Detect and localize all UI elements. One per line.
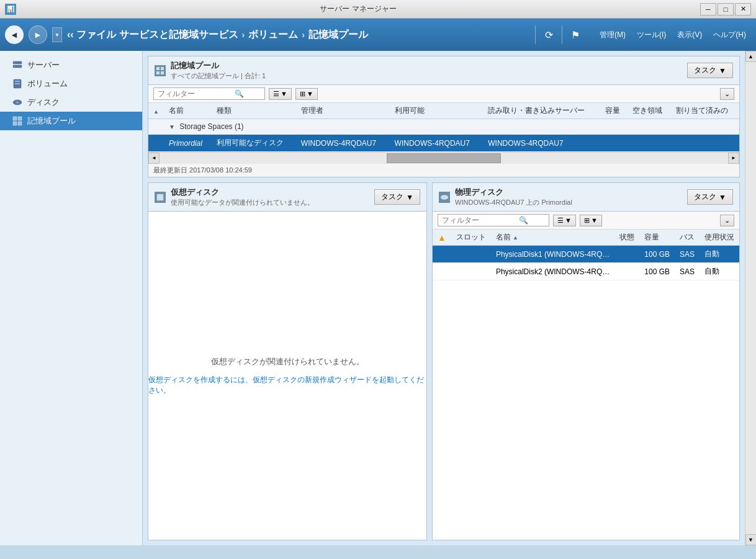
menu-help[interactable]: ヘルプ(H) (708, 29, 751, 42)
pd-header-row: ▲ スロット 名前▲ 状態 容量 バス 使用状況 (433, 230, 739, 246)
list-icon: ☰ (273, 90, 279, 98)
pd-col-usage[interactable]: 使用状況 (700, 230, 739, 246)
col-capacity[interactable]: 容量 (600, 103, 628, 119)
col-readwrite[interactable]: 読み取り・書き込みサーバー (483, 103, 600, 119)
storage-pool-subtitle: すべての記憶域プール | 合計: 1 (171, 71, 266, 81)
pd-list-icon: ☰ (557, 217, 564, 225)
create-virtual-disk-link[interactable]: 仮想ディスクを作成するには、仮想ディスクの新規作成ウィザードを起動してください。 (148, 375, 426, 396)
virtual-disk-empty-message: 仮想ディスクが関連付けられていません。 (211, 356, 364, 367)
chevron-up-icon: ⌄ (724, 90, 730, 98)
physical-disk-task-button[interactable]: タスク ▼ (687, 189, 733, 205)
menu-tools[interactable]: ツール(I) (632, 29, 671, 42)
storage-pool-table-wrapper: ▲ 名前 種類 管理者 利用可能 読み取り・書き込みサーバー 容量 空き領域 割… (148, 103, 739, 152)
pd-row2-capacity: 100 GB (639, 263, 675, 280)
pd-row1-capacity: 100 GB (639, 246, 675, 263)
breadcrumb-item-3[interactable]: 記憶域プール (308, 29, 368, 42)
col-name[interactable]: 名前 (164, 103, 212, 119)
pd-row1-bus: SAS (675, 246, 700, 263)
pd-col-status[interactable]: 状態 (614, 230, 639, 246)
scroll-up-button[interactable]: ▲ (745, 51, 757, 62)
flag-icon[interactable]: ⚑ (566, 25, 585, 44)
pd-row1-slot (451, 246, 491, 263)
pd-row2-name: PhysicalDisk2 (WINDOWS-4RQ… (491, 263, 614, 280)
col-manager[interactable]: 管理者 (296, 103, 390, 119)
breadcrumb-sep-1: › (242, 30, 245, 40)
refresh-icon[interactable]: ⟳ (539, 25, 558, 44)
close-button[interactable]: ✕ (735, 3, 751, 16)
collapse-button[interactable]: ⌄ (720, 88, 734, 100)
toolbar-sep-2 (562, 25, 562, 44)
scroll-track[interactable] (160, 153, 728, 164)
pd-filter-input-wrapper: 🔍 (438, 214, 549, 226)
table-row[interactable]: PhysicalDisk1 (WINDOWS-4RQ… 100 GB SAS 自… (433, 246, 739, 263)
row-readwrite: WINDOWS-4RQDAU7 (483, 135, 600, 152)
sidebar-item-storage-pool[interactable]: 記憶域プール (0, 112, 142, 130)
vertical-scroll-track[interactable] (745, 62, 757, 534)
task-dropdown-icon: ▼ (719, 66, 726, 75)
table-row[interactable]: Primordial 利用可能なディスク WINDOWS-4RQDAU7 WIN… (148, 135, 739, 152)
nav-dropdown-button[interactable]: ▼ (52, 27, 62, 42)
bottom-panels: 仮想ディスク 使用可能なデータが関連付けられていません。 タスク ▼ 仮想ディス… (148, 182, 740, 540)
pd-list-dropdown-icon: ▼ (565, 217, 572, 224)
pd-list-view-button[interactable]: ☰ ▼ (553, 215, 576, 226)
storage-pool-table: ▲ 名前 種類 管理者 利用可能 読み取り・書き込みサーバー 容量 空き領域 割… (148, 103, 739, 152)
pd-col-name[interactable]: 名前▲ (491, 230, 614, 246)
physical-disk-header-icon (439, 192, 450, 203)
scroll-thumb[interactable] (387, 153, 500, 163)
restore-button[interactable]: □ (718, 3, 734, 16)
col-freespace[interactable]: 空き領域 (628, 103, 671, 119)
group-label: Storage Spaces (1) (179, 122, 243, 131)
minimize-button[interactable]: ─ (700, 3, 716, 16)
menu-manage[interactable]: 管理(M) (595, 29, 631, 42)
sidebar-item-volume[interactable]: ボリューム (0, 74, 142, 93)
virtual-disk-panel: 仮想ディスク 使用可能なデータが関連付けられていません。 タスク ▼ 仮想ディス… (148, 182, 427, 540)
storage-pool-header-icon (155, 65, 166, 76)
row-name: Primordial (164, 135, 212, 152)
pd-collapse-button[interactable]: ⌄ (720, 215, 734, 226)
sidebar-item-server[interactable]: サーバー (0, 56, 142, 74)
breadcrumb: ‹‹ ファイル サービスと記憶域サービス › ボリューム › 記憶域プール (67, 29, 530, 42)
table-row[interactable]: PhysicalDisk2 (WINDOWS-4RQ… 100 GB SAS 自… (433, 263, 739, 280)
scroll-down-button[interactable]: ▼ (745, 534, 757, 545)
svg-rect-5 (15, 81, 20, 82)
server-icon (12, 60, 22, 70)
pd-filter-input[interactable] (442, 216, 516, 225)
sidebar-item-disk[interactable]: ディスク (0, 93, 142, 112)
physical-disk-subtitle: WINDOWS-4RQDAU7 上の Primordial (455, 198, 572, 207)
pd-col-capacity[interactable]: 容量 (639, 230, 675, 246)
pd-group-button[interactable]: ⊞ ▼ (580, 215, 602, 226)
back-button[interactable]: ◄ (5, 25, 24, 44)
scroll-right-button[interactable]: ► (728, 153, 739, 164)
menu-view[interactable]: 表示(V) (672, 29, 707, 42)
list-view-button[interactable]: ☰ ▼ (269, 88, 292, 100)
svg-point-3 (14, 66, 16, 67)
col-available[interactable]: 利用可能 (390, 103, 484, 119)
filter-input[interactable] (158, 89, 232, 98)
forward-button[interactable]: ► (29, 25, 47, 44)
svg-rect-10 (18, 117, 22, 120)
svg-point-8 (16, 102, 19, 103)
pd-row2-usage: 自動 (700, 263, 739, 280)
virtual-disk-task-button[interactable]: タスク ▼ (374, 189, 420, 205)
storage-pool-status-bar: 最終更新日 2017/03/08 10:24:59 (148, 163, 739, 177)
content-area: 記憶域プール すべての記憶域プール | 合計: 1 タスク ▼ 🔍 (143, 51, 745, 545)
svg-rect-15 (156, 71, 160, 74)
vertical-scrollbar[interactable]: ▲ ▼ (745, 51, 756, 545)
breadcrumb-item-2[interactable]: ボリューム (248, 29, 298, 42)
pd-col-bus[interactable]: バス (675, 230, 700, 246)
col-type[interactable]: 種類 (212, 103, 296, 119)
scroll-left-button[interactable]: ◄ (148, 153, 160, 164)
main-layout: サーバー ボリューム ディスク 記憶域プール (0, 51, 756, 545)
pd-col-slot[interactable]: スロット (451, 230, 491, 246)
pd-group-icon: ⊞ (584, 217, 590, 225)
storage-pool-task-button[interactable]: タスク ▼ (687, 63, 733, 78)
group-button[interactable]: ⊞ ▼ (295, 88, 318, 100)
volume-icon (12, 79, 22, 89)
vd-task-dropdown-icon: ▼ (406, 193, 413, 202)
group-dropdown-icon: ▼ (307, 90, 313, 97)
horizontal-scrollbar[interactable]: ◄ ► (148, 152, 739, 163)
col-allocated[interactable]: 割り当て済みの (671, 103, 739, 119)
group-expand-icon[interactable]: ▼ (169, 123, 175, 130)
window-title: サーバー マネージャー (16, 4, 700, 14)
breadcrumb-item-1[interactable]: ‹‹ ファイル サービスと記憶域サービス (67, 29, 238, 42)
